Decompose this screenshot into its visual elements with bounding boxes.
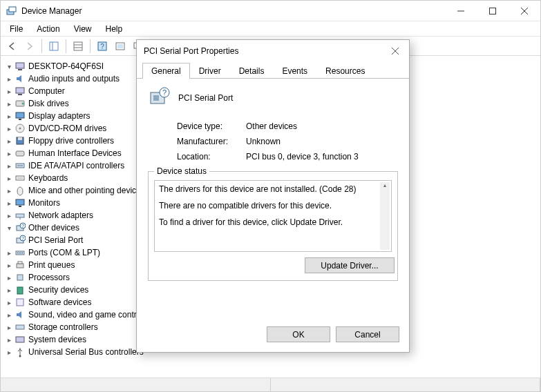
expand-icon[interactable]: ▸ — [3, 123, 15, 134]
expand-icon[interactable]: ▸ — [3, 185, 15, 196]
tree-item-label: Audio inputs and outputs — [28, 74, 120, 84]
tree-item-label: Processors — [28, 273, 70, 282]
svg-point-34 — [17, 187, 23, 195]
show-hide-tree-button[interactable] — [46, 39, 62, 54]
expand-icon[interactable]: ▸ — [3, 160, 15, 171]
collapse-icon[interactable]: ▾ — [3, 222, 15, 233]
tab-resources[interactable]: Resources — [316, 63, 374, 79]
menu-file[interactable]: File — [3, 23, 30, 35]
expand-icon[interactable]: ▸ — [3, 272, 15, 283]
tree-item-label: Keyboards — [28, 173, 68, 183]
expand-icon[interactable]: ▸ — [3, 259, 15, 271]
tab-general[interactable]: General — [142, 63, 190, 79]
dialog-close-button[interactable] — [381, 40, 409, 62]
expand-icon[interactable]: ▸ — [3, 110, 15, 121]
status-line: There are no compatible drivers for this… — [159, 200, 387, 211]
svg-text:?: ? — [100, 43, 104, 50]
minimize-button[interactable] — [445, 1, 477, 21]
category-icon — [15, 173, 26, 184]
svg-point-26 — [19, 128, 21, 130]
maximize-button[interactable] — [477, 1, 509, 21]
tab-events[interactable]: Events — [273, 63, 316, 79]
category-icon — [15, 247, 26, 258]
tree-item-label: Display adapters — [28, 111, 90, 121]
svg-rect-50 — [18, 262, 22, 264]
menu-action[interactable]: Action — [30, 23, 66, 35]
scrollbar[interactable]: ▴ — [380, 182, 390, 250]
category-icon — [15, 148, 26, 159]
tree-item-label: Storage controllers — [28, 322, 98, 332]
category-icon — [15, 98, 26, 109]
tree-item-label: Other devices — [28, 223, 79, 233]
svg-text:?: ? — [21, 224, 24, 228]
expand-icon[interactable]: ▸ — [3, 247, 15, 258]
tree-item-label: System devices — [28, 335, 86, 344]
expand-icon[interactable]: ▸ — [3, 210, 15, 221]
unknown-device-icon: ? — [15, 235, 26, 246]
separator — [66, 39, 66, 53]
tree-item-label: DVD/CD-ROM drives — [28, 124, 106, 133]
update-driver-button[interactable]: Update Driver... — [305, 257, 395, 273]
back-button[interactable] — [3, 39, 20, 54]
tree-item-label: Universal Serial Bus controllers — [28, 347, 144, 357]
collapse-icon[interactable]: ▾ — [3, 61, 15, 72]
statusbar-cell — [271, 378, 541, 391]
svg-rect-20 — [18, 94, 22, 95]
properties-dialog: PCI Serial Port Properties General Drive… — [136, 39, 410, 353]
titlebar: Device Manager — [1, 1, 540, 21]
expand-icon[interactable]: ▸ — [3, 334, 15, 345]
forward-button[interactable] — [21, 39, 38, 54]
expand-icon[interactable]: ▸ — [3, 86, 15, 97]
properties-button[interactable] — [70, 39, 86, 54]
tree-item-label: Mice and other pointing devices — [28, 186, 145, 195]
expand-icon[interactable]: ▸ — [3, 173, 15, 184]
category-icon — [15, 110, 26, 121]
svg-rect-36 — [19, 206, 21, 207]
app-icon — [6, 6, 17, 17]
expand-icon[interactable]: ▸ — [3, 284, 15, 295]
status-line: To find a driver for this device, click … — [159, 217, 387, 228]
tab-driver[interactable]: Driver — [190, 63, 230, 79]
expand-icon[interactable]: ▸ — [3, 73, 15, 84]
window-title: Device Manager — [21, 6, 445, 16]
category-icon — [15, 185, 26, 196]
category-icon — [15, 210, 26, 221]
expand-icon[interactable]: ▸ — [3, 297, 15, 308]
menu-view[interactable]: View — [67, 23, 99, 35]
svg-rect-54 — [16, 325, 24, 329]
expand-icon[interactable]: ▸ — [3, 148, 15, 159]
ok-button[interactable]: OK — [267, 326, 330, 342]
expand-icon[interactable]: ▸ — [3, 98, 15, 109]
device-status-text[interactable]: The drivers for this device are not inst… — [154, 180, 392, 252]
svg-rect-23 — [16, 112, 24, 118]
svg-rect-51 — [17, 275, 23, 280]
tree-item-label: Ports (COM & LPT) — [28, 248, 100, 257]
help-button[interactable]: ? — [94, 39, 111, 54]
svg-rect-19 — [16, 88, 24, 93]
scroll-up-icon[interactable]: ▴ — [380, 182, 390, 192]
scan-button[interactable] — [112, 39, 129, 54]
svg-rect-55 — [16, 337, 24, 342]
expand-icon[interactable]: ▸ — [3, 309, 15, 320]
category-icon — [15, 309, 26, 320]
expand-icon[interactable]: ▸ — [3, 322, 15, 333]
svg-rect-37 — [16, 214, 24, 217]
cancel-button[interactable]: Cancel — [336, 326, 399, 342]
menu-help[interactable]: Help — [99, 23, 130, 35]
tab-details[interactable]: Details — [230, 63, 274, 79]
device-name: PCI Serial Port — [178, 93, 233, 103]
dialog-buttons: OK Cancel — [137, 320, 409, 352]
category-icon: ? — [15, 222, 26, 233]
category-icon — [15, 197, 26, 208]
svg-point-46 — [17, 253, 19, 254]
expand-icon[interactable]: ▸ — [3, 197, 15, 208]
device-status-group: Device status The drivers for this devic… — [148, 171, 398, 281]
svg-rect-17 — [16, 63, 24, 68]
expand-icon[interactable]: ▸ — [3, 135, 15, 146]
expand-icon[interactable]: ▸ — [3, 346, 15, 357]
dialog-tabs: General Driver Details Events Resources — [137, 62, 409, 79]
svg-text:?: ? — [162, 88, 167, 97]
tree-item-label: Monitors — [28, 198, 60, 208]
close-button[interactable] — [509, 1, 540, 21]
svg-rect-35 — [16, 199, 24, 205]
